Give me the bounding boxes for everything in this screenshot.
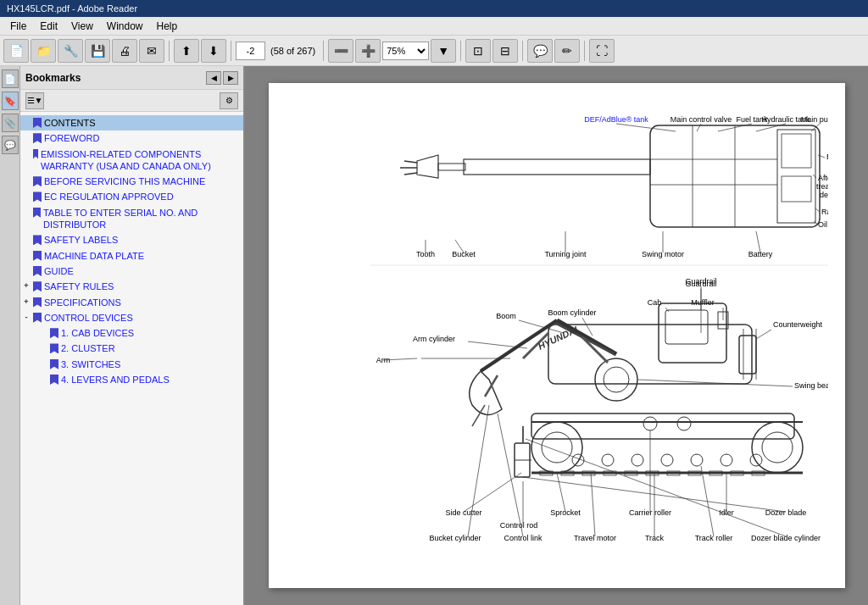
svg-line-108 — [756, 330, 771, 339]
bookmark-page-icon — [33, 266, 42, 276]
comments-strip-icon[interactable]: 💬 — [2, 136, 19, 154]
expand-machine-data[interactable] — [20, 250, 32, 262]
bookmark-before[interactable]: BEFORE SERVICING THIS MACHINE — [20, 174, 243, 189]
open-button[interactable]: 📁 — [31, 39, 56, 63]
bookmark-guide[interactable]: GUIDE — [20, 264, 243, 279]
pdf-area[interactable]: DEF/AdBlue® tank Main control valve Fuel… — [245, 66, 868, 605]
svg-line-110 — [638, 380, 793, 386]
fit-page-button[interactable]: ⊡ — [465, 39, 491, 63]
expand-guide[interactable] — [20, 265, 32, 277]
page-info: (58 of 267) — [267, 46, 319, 56]
bookmark-emission[interactable]: EMISSION-RELATED COMPONENTS WARRANTY (US… — [20, 147, 243, 175]
bookmark-page-icon — [50, 359, 58, 369]
comment-button[interactable]: 💬 — [527, 39, 553, 63]
sidebar-collapse-button[interactable]: ◀ — [206, 71, 221, 85]
pages-icon[interactable]: 📄 — [2, 69, 19, 88]
markup-button[interactable]: ✏ — [554, 39, 580, 63]
bookmark-tree[interactable]: CONTENTS FOREWORD EMISSION-RELATED COMPO… — [20, 112, 243, 605]
bookmark-switches[interactable]: 3. SWITCHES — [20, 357, 243, 372]
bookmarks-icon[interactable]: 🔖 — [2, 92, 19, 110]
svg-point-84 — [632, 454, 643, 466]
svg-rect-14 — [438, 164, 465, 170]
expand-specifications[interactable]: + — [20, 297, 32, 308]
svg-point-86 — [691, 454, 703, 466]
fit-width-button[interactable]: ⊟ — [492, 39, 518, 63]
zoom-dropdown-button[interactable]: ▼ — [431, 39, 456, 63]
expand-foreword[interactable] — [20, 132, 32, 144]
bookmark-control-devices[interactable]: - CONTROL DEVICES — [20, 310, 243, 325]
zoom-select[interactable]: 50% 75% 100% 125% 150% — [382, 42, 429, 60]
bookmark-page-icon — [33, 176, 42, 186]
email-button[interactable]: ✉ — [139, 39, 164, 63]
bookmark-specifications[interactable]: + SPECIFICATIONS — [20, 295, 243, 310]
bookmark-safety-rules[interactable]: + SAFETY RULES — [20, 279, 243, 294]
prev-view-button[interactable]: ⬆ — [174, 39, 199, 63]
zoom-in-button[interactable]: ➕ — [355, 39, 381, 63]
expand-switches[interactable] — [37, 358, 49, 370]
expand-emission[interactable] — [20, 148, 32, 160]
title-text: HX145LCR.pdf - Adobe Reader — [7, 3, 137, 14]
menu-window[interactable]: Window — [100, 19, 150, 34]
bookmark-safety-rules-label: SAFETY RULES — [44, 280, 114, 292]
menu-edit[interactable]: Edit — [33, 19, 64, 34]
attachments-icon[interactable]: 📎 — [2, 114, 19, 132]
bookmark-machine-data[interactable]: MACHINE DATA PLATE — [20, 248, 243, 264]
expand-cluster[interactable] — [37, 342, 49, 354]
toolbar-sep5 — [522, 41, 523, 61]
page-number-input[interactable] — [236, 42, 265, 60]
expand-table[interactable] — [20, 207, 32, 219]
svg-point-66 — [762, 432, 793, 463]
print-button[interactable]: 🖨 — [112, 39, 137, 63]
bookmark-table[interactable]: TABLE TO ENTER SERIAL NO. AND DISTRIBUTO… — [20, 205, 243, 233]
sidebar-title: Bookmarks — [25, 72, 81, 84]
bookmark-guide-label: GUIDE — [44, 265, 74, 277]
toolbar: 📄 📁 🔧 💾 🖨 ✉ ⬆ ⬇ (58 of 267) ➖ ➕ 50% 75% … — [0, 36, 868, 66]
bookmark-cluster-label: 2. CLUSTER — [61, 342, 115, 354]
svg-text:Dozer blade cylinder: Dozer blade cylinder — [750, 534, 820, 542]
pdf-page: DEF/AdBlue® tank Main control valve Fuel… — [269, 83, 845, 588]
menu-view[interactable]: View — [64, 19, 100, 34]
bookmark-page-icon — [33, 251, 42, 261]
sidebar-tool-menu[interactable]: ☰▼ — [25, 92, 44, 109]
bookmark-cluster[interactable]: 2. CLUSTER — [20, 341, 243, 356]
sidebar-expand-button[interactable]: ▶ — [223, 71, 238, 85]
svg-text:Arm cylinder: Arm cylinder — [412, 335, 454, 343]
bookmark-cab-devices[interactable]: 1. CAB DEVICES — [20, 325, 243, 341]
expand-levers[interactable] — [37, 374, 49, 386]
sidebar-tool-options[interactable]: ⚙ — [220, 92, 238, 109]
menu-bar: File Edit View Window Help — [0, 17, 868, 36]
svg-line-16 — [404, 161, 417, 163]
bookmark-foreword-label: FOREWORD — [44, 132, 99, 144]
properties-button[interactable]: 🔧 — [58, 39, 83, 63]
new-button[interactable]: 📄 — [3, 39, 29, 63]
svg-text:Main control valve: Main control valve — [670, 115, 732, 124]
fullscreen-button[interactable]: ⛶ — [589, 39, 615, 63]
next-view-button[interactable]: ⬇ — [201, 39, 226, 63]
sidebar: Bookmarks ◀ ▶ ☰▼ ⚙ CONTENTS FOREWORD — [20, 66, 245, 605]
bookmark-page-icon — [33, 149, 38, 159]
menu-file[interactable]: File — [3, 19, 33, 34]
svg-rect-48 — [665, 310, 708, 344]
toolbar-sep6 — [584, 41, 585, 61]
expand-control-devices[interactable]: - — [20, 312, 32, 324]
expand-ec[interactable] — [20, 191, 32, 203]
bookmark-ec[interactable]: EC REGULATION APPROVED — [20, 189, 243, 204]
svg-text:Main pump: Main pump — [800, 115, 827, 124]
svg-text:Bucket cylinder: Bucket cylinder — [429, 534, 481, 542]
bookmark-levers-label: 4. LEVERS AND PEDALS — [61, 374, 170, 386]
bookmark-contents[interactable]: CONTENTS — [20, 115, 243, 130]
save-button[interactable]: 💾 — [85, 39, 110, 63]
bookmark-levers[interactable]: 4. LEVERS AND PEDALS — [20, 372, 243, 387]
zoom-out-button[interactable]: ➖ — [328, 39, 353, 63]
expand-cab-devices[interactable] — [37, 327, 49, 339]
expand-before[interactable] — [20, 175, 32, 187]
menu-help[interactable]: Help — [150, 19, 185, 34]
svg-line-136 — [526, 439, 786, 536]
svg-line-114 — [464, 473, 521, 512]
bookmark-foreword[interactable]: FOREWORD — [20, 130, 243, 146]
expand-safety-labels[interactable] — [20, 234, 32, 246]
svg-text:Guardrail: Guardrail — [685, 277, 716, 286]
expand-safety-rules[interactable]: + — [20, 280, 32, 292]
expand-contents[interactable] — [20, 117, 32, 129]
bookmark-safety-labels[interactable]: SAFETY LABELS — [20, 232, 243, 247]
